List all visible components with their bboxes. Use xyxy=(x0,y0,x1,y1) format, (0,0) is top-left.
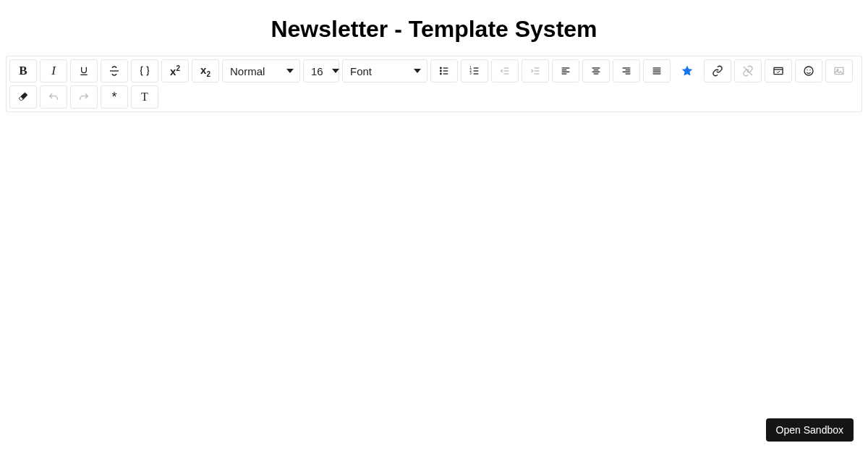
align-right-button[interactable] xyxy=(613,59,640,83)
special-char-button[interactable]: * xyxy=(101,85,128,109)
format-select[interactable]: Normal xyxy=(222,59,300,83)
italic-icon: I xyxy=(51,64,56,78)
ordered-list-button[interactable]: 123 xyxy=(461,59,488,83)
chevron-down-icon xyxy=(332,69,339,73)
bold-button[interactable]: B xyxy=(9,59,37,83)
clear-format-button[interactable]: T xyxy=(131,85,158,109)
embed-icon xyxy=(773,65,784,77)
editor-toolbar: B I x2 x2 Normal 16 Font 123 xyxy=(6,56,862,112)
underline-button[interactable] xyxy=(70,59,98,83)
format-select-label: Normal xyxy=(230,65,265,77)
align-left-button[interactable] xyxy=(552,59,579,83)
open-sandbox-button[interactable]: Open Sandbox xyxy=(766,418,854,442)
bold-icon: B xyxy=(19,64,27,78)
svg-point-4 xyxy=(441,73,442,75)
chevron-down-icon xyxy=(414,69,421,73)
bullet-list-icon xyxy=(438,65,450,77)
unlink-icon xyxy=(742,65,754,77)
svg-point-39 xyxy=(804,67,813,75)
underline-icon xyxy=(78,65,90,77)
svg-point-41 xyxy=(809,69,810,70)
clear-format-icon: T xyxy=(141,90,148,104)
svg-rect-37 xyxy=(774,67,783,74)
star-button[interactable] xyxy=(673,59,701,83)
superscript-icon: x2 xyxy=(170,64,180,77)
emoji-button[interactable] xyxy=(795,59,822,83)
emoji-icon xyxy=(803,65,814,77)
align-center-icon xyxy=(590,65,602,77)
indent-icon xyxy=(529,65,541,77)
outdent-button[interactable] xyxy=(491,59,519,83)
redo-button[interactable] xyxy=(70,85,98,109)
image-icon xyxy=(833,65,845,77)
link-icon xyxy=(712,65,723,77)
align-justify-icon xyxy=(651,65,663,77)
unlink-button[interactable] xyxy=(734,59,762,83)
undo-button[interactable] xyxy=(40,85,67,109)
align-center-button[interactable] xyxy=(582,59,610,83)
align-justify-button[interactable] xyxy=(643,59,671,83)
code-block-button[interactable] xyxy=(131,59,158,83)
align-left-icon xyxy=(560,65,571,77)
font-size-select-label: 16 xyxy=(311,65,323,77)
embed-button[interactable] xyxy=(765,59,792,83)
page-title: Newsletter - Template System xyxy=(0,16,868,43)
undo-icon xyxy=(48,91,59,103)
italic-button[interactable]: I xyxy=(40,59,67,83)
superscript-button[interactable]: x2 xyxy=(161,59,189,83)
braces-icon xyxy=(139,65,150,77)
outdent-icon xyxy=(499,65,511,77)
asterisk-icon: * xyxy=(111,90,116,104)
eraser-icon xyxy=(17,91,29,103)
image-button[interactable] xyxy=(825,59,853,83)
align-right-icon xyxy=(621,65,632,77)
numbered-list-icon: 123 xyxy=(469,65,480,77)
unordered-list-button[interactable] xyxy=(430,59,458,83)
svg-point-40 xyxy=(807,69,807,70)
subscript-button[interactable]: x2 xyxy=(192,59,219,83)
svg-point-2 xyxy=(441,67,442,69)
strikethrough-button[interactable] xyxy=(101,59,128,83)
eraser-button[interactable] xyxy=(9,85,37,109)
star-icon xyxy=(681,64,694,77)
chevron-down-icon xyxy=(286,69,294,73)
link-button[interactable] xyxy=(704,59,731,83)
font-family-select[interactable]: Font xyxy=(342,59,427,83)
strikethrough-icon xyxy=(109,65,120,77)
indent-button[interactable] xyxy=(522,59,549,83)
font-family-select-label: Font xyxy=(350,65,372,77)
font-size-select[interactable]: 16 xyxy=(303,59,339,83)
subscript-icon: x2 xyxy=(200,64,210,78)
svg-text:3: 3 xyxy=(469,72,472,75)
svg-point-3 xyxy=(441,70,442,72)
redo-icon xyxy=(78,91,90,103)
